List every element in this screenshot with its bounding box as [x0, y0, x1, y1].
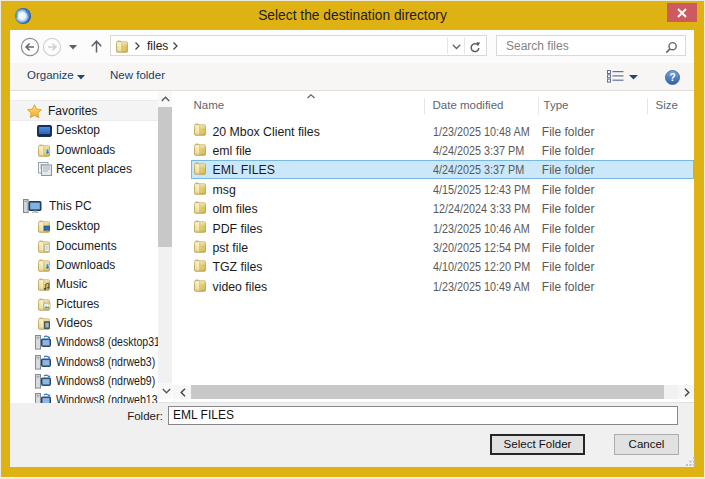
svg-text:?: ? [669, 72, 675, 83]
